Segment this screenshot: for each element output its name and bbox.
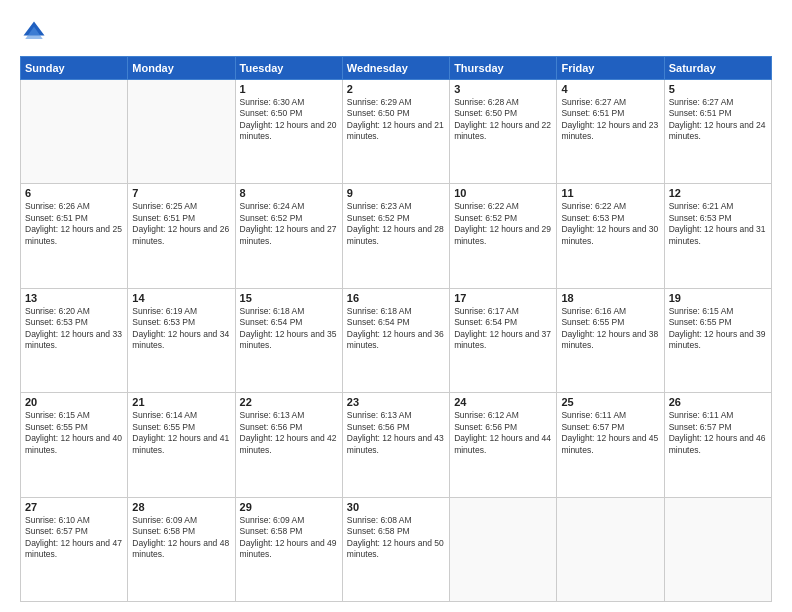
day-number: 1 [240, 83, 338, 95]
day-info: Sunrise: 6:09 AMSunset: 6:58 PMDaylight:… [240, 515, 338, 561]
weekday-header-row: SundayMondayTuesdayWednesdayThursdayFrid… [21, 57, 772, 80]
weekday-header: Tuesday [235, 57, 342, 80]
calendar-cell: 14Sunrise: 6:19 AMSunset: 6:53 PMDayligh… [128, 288, 235, 392]
day-info: Sunrise: 6:17 AMSunset: 6:54 PMDaylight:… [454, 306, 552, 352]
day-number: 10 [454, 187, 552, 199]
calendar-table: SundayMondayTuesdayWednesdayThursdayFrid… [20, 56, 772, 602]
calendar-cell: 1Sunrise: 6:30 AMSunset: 6:50 PMDaylight… [235, 80, 342, 184]
calendar-cell [21, 80, 128, 184]
calendar-cell: 30Sunrise: 6:08 AMSunset: 6:58 PMDayligh… [342, 497, 449, 601]
calendar-cell: 4Sunrise: 6:27 AMSunset: 6:51 PMDaylight… [557, 80, 664, 184]
day-number: 14 [132, 292, 230, 304]
day-info: Sunrise: 6:24 AMSunset: 6:52 PMDaylight:… [240, 201, 338, 247]
calendar-cell [450, 497, 557, 601]
day-number: 15 [240, 292, 338, 304]
calendar-row: 20Sunrise: 6:15 AMSunset: 6:55 PMDayligh… [21, 393, 772, 497]
day-number: 16 [347, 292, 445, 304]
day-info: Sunrise: 6:12 AMSunset: 6:56 PMDaylight:… [454, 410, 552, 456]
day-info: Sunrise: 6:30 AMSunset: 6:50 PMDaylight:… [240, 97, 338, 143]
calendar-cell: 7Sunrise: 6:25 AMSunset: 6:51 PMDaylight… [128, 184, 235, 288]
calendar-cell: 17Sunrise: 6:17 AMSunset: 6:54 PMDayligh… [450, 288, 557, 392]
calendar-cell: 11Sunrise: 6:22 AMSunset: 6:53 PMDayligh… [557, 184, 664, 288]
calendar-cell: 5Sunrise: 6:27 AMSunset: 6:51 PMDaylight… [664, 80, 771, 184]
day-info: Sunrise: 6:22 AMSunset: 6:53 PMDaylight:… [561, 201, 659, 247]
day-number: 23 [347, 396, 445, 408]
day-info: Sunrise: 6:11 AMSunset: 6:57 PMDaylight:… [561, 410, 659, 456]
calendar-cell: 8Sunrise: 6:24 AMSunset: 6:52 PMDaylight… [235, 184, 342, 288]
calendar-cell: 12Sunrise: 6:21 AMSunset: 6:53 PMDayligh… [664, 184, 771, 288]
calendar-cell: 26Sunrise: 6:11 AMSunset: 6:57 PMDayligh… [664, 393, 771, 497]
day-info: Sunrise: 6:26 AMSunset: 6:51 PMDaylight:… [25, 201, 123, 247]
calendar-cell [664, 497, 771, 601]
day-info: Sunrise: 6:13 AMSunset: 6:56 PMDaylight:… [347, 410, 445, 456]
day-number: 26 [669, 396, 767, 408]
day-number: 27 [25, 501, 123, 513]
day-info: Sunrise: 6:22 AMSunset: 6:52 PMDaylight:… [454, 201, 552, 247]
day-number: 2 [347, 83, 445, 95]
day-info: Sunrise: 6:13 AMSunset: 6:56 PMDaylight:… [240, 410, 338, 456]
day-number: 24 [454, 396, 552, 408]
calendar-cell: 22Sunrise: 6:13 AMSunset: 6:56 PMDayligh… [235, 393, 342, 497]
day-info: Sunrise: 6:21 AMSunset: 6:53 PMDaylight:… [669, 201, 767, 247]
calendar-cell: 10Sunrise: 6:22 AMSunset: 6:52 PMDayligh… [450, 184, 557, 288]
calendar-row: 1Sunrise: 6:30 AMSunset: 6:50 PMDaylight… [21, 80, 772, 184]
day-number: 30 [347, 501, 445, 513]
day-number: 9 [347, 187, 445, 199]
calendar-cell: 20Sunrise: 6:15 AMSunset: 6:55 PMDayligh… [21, 393, 128, 497]
calendar-cell: 13Sunrise: 6:20 AMSunset: 6:53 PMDayligh… [21, 288, 128, 392]
day-info: Sunrise: 6:29 AMSunset: 6:50 PMDaylight:… [347, 97, 445, 143]
day-number: 29 [240, 501, 338, 513]
day-info: Sunrise: 6:27 AMSunset: 6:51 PMDaylight:… [561, 97, 659, 143]
day-info: Sunrise: 6:28 AMSunset: 6:50 PMDaylight:… [454, 97, 552, 143]
header [20, 18, 772, 46]
weekday-header: Saturday [664, 57, 771, 80]
calendar-cell: 19Sunrise: 6:15 AMSunset: 6:55 PMDayligh… [664, 288, 771, 392]
day-number: 8 [240, 187, 338, 199]
calendar-row: 6Sunrise: 6:26 AMSunset: 6:51 PMDaylight… [21, 184, 772, 288]
day-number: 5 [669, 83, 767, 95]
calendar-cell: 3Sunrise: 6:28 AMSunset: 6:50 PMDaylight… [450, 80, 557, 184]
day-info: Sunrise: 6:23 AMSunset: 6:52 PMDaylight:… [347, 201, 445, 247]
day-info: Sunrise: 6:15 AMSunset: 6:55 PMDaylight:… [669, 306, 767, 352]
day-info: Sunrise: 6:09 AMSunset: 6:58 PMDaylight:… [132, 515, 230, 561]
weekday-header: Friday [557, 57, 664, 80]
calendar-cell: 21Sunrise: 6:14 AMSunset: 6:55 PMDayligh… [128, 393, 235, 497]
calendar-row: 27Sunrise: 6:10 AMSunset: 6:57 PMDayligh… [21, 497, 772, 601]
day-number: 3 [454, 83, 552, 95]
calendar-row: 13Sunrise: 6:20 AMSunset: 6:53 PMDayligh… [21, 288, 772, 392]
calendar-cell: 23Sunrise: 6:13 AMSunset: 6:56 PMDayligh… [342, 393, 449, 497]
day-number: 13 [25, 292, 123, 304]
day-info: Sunrise: 6:18 AMSunset: 6:54 PMDaylight:… [347, 306, 445, 352]
calendar-cell: 18Sunrise: 6:16 AMSunset: 6:55 PMDayligh… [557, 288, 664, 392]
day-info: Sunrise: 6:27 AMSunset: 6:51 PMDaylight:… [669, 97, 767, 143]
page: SundayMondayTuesdayWednesdayThursdayFrid… [0, 0, 792, 612]
calendar-cell: 28Sunrise: 6:09 AMSunset: 6:58 PMDayligh… [128, 497, 235, 601]
logo-icon [20, 18, 48, 46]
calendar-cell: 16Sunrise: 6:18 AMSunset: 6:54 PMDayligh… [342, 288, 449, 392]
day-info: Sunrise: 6:10 AMSunset: 6:57 PMDaylight:… [25, 515, 123, 561]
logo [20, 18, 52, 46]
day-number: 19 [669, 292, 767, 304]
calendar-cell: 25Sunrise: 6:11 AMSunset: 6:57 PMDayligh… [557, 393, 664, 497]
day-number: 18 [561, 292, 659, 304]
day-number: 6 [25, 187, 123, 199]
day-info: Sunrise: 6:19 AMSunset: 6:53 PMDaylight:… [132, 306, 230, 352]
calendar-cell: 6Sunrise: 6:26 AMSunset: 6:51 PMDaylight… [21, 184, 128, 288]
day-number: 20 [25, 396, 123, 408]
day-number: 21 [132, 396, 230, 408]
calendar-cell: 2Sunrise: 6:29 AMSunset: 6:50 PMDaylight… [342, 80, 449, 184]
calendar-cell [557, 497, 664, 601]
weekday-header: Thursday [450, 57, 557, 80]
day-info: Sunrise: 6:16 AMSunset: 6:55 PMDaylight:… [561, 306, 659, 352]
day-number: 4 [561, 83, 659, 95]
day-info: Sunrise: 6:25 AMSunset: 6:51 PMDaylight:… [132, 201, 230, 247]
day-info: Sunrise: 6:20 AMSunset: 6:53 PMDaylight:… [25, 306, 123, 352]
day-number: 7 [132, 187, 230, 199]
day-number: 25 [561, 396, 659, 408]
calendar-cell: 9Sunrise: 6:23 AMSunset: 6:52 PMDaylight… [342, 184, 449, 288]
weekday-header: Monday [128, 57, 235, 80]
day-info: Sunrise: 6:14 AMSunset: 6:55 PMDaylight:… [132, 410, 230, 456]
calendar-cell [128, 80, 235, 184]
day-info: Sunrise: 6:11 AMSunset: 6:57 PMDaylight:… [669, 410, 767, 456]
calendar-cell: 24Sunrise: 6:12 AMSunset: 6:56 PMDayligh… [450, 393, 557, 497]
